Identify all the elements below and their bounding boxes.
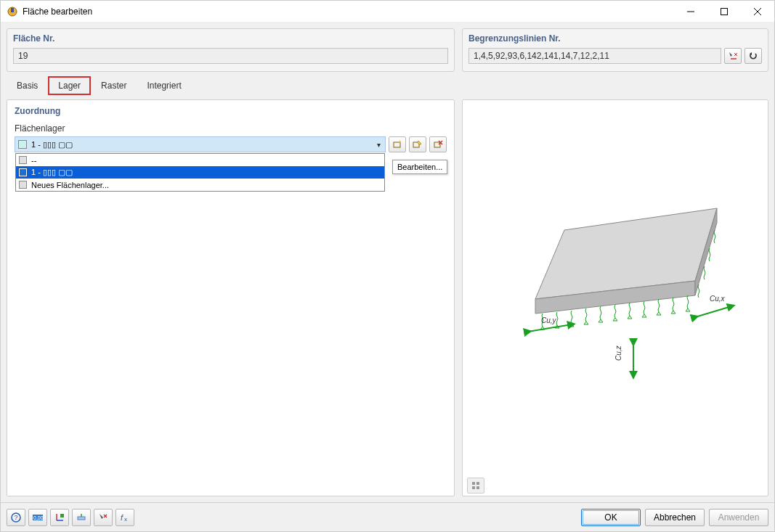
spacer [1,496,774,502]
preview-panel: Cu,y Cu,x Cu,z [462,99,768,496]
combo-selected-text: 1 - ▯▯▯ ▢▢ [31,140,377,150]
ok-button[interactable]: OK [581,509,641,526]
surface-support-combo[interactable]: 1 - ▯▯▯ ▢▢ ▾ -- 1 - ▯▯▯ ▢▢ [15,136,386,152]
maximize-button[interactable] [707,1,741,22]
tab-basis[interactable]: Basis [7,76,48,95]
cancel-button[interactable]: Abbrechen [645,509,705,526]
preview-options-button[interactable] [467,478,484,494]
dialog-footer: ? 0,00 fx OK Abbrechen Anwenden [1,502,774,531]
svg-rect-23 [476,486,479,489]
tab-integriert[interactable]: Integriert [137,76,191,95]
boundary-lines-label: Begrenzungslinien Nr. [468,33,762,44]
svg-rect-3 [721,8,728,15]
axis-z-label: Cu,z [614,345,622,361]
units-button[interactable]: 0,00 [28,509,47,526]
undo-button[interactable] [744,48,762,64]
dd-item-1[interactable]: 1 - ▯▯▯ ▢▢ [16,166,384,179]
window-controls [674,1,774,22]
assignment-section-title: Zuordnung [15,106,447,116]
svg-rect-21 [476,482,479,485]
swatch-icon [19,156,27,164]
dd-item-new[interactable]: Neues Flächenlager... [16,179,384,191]
assignment-panel: Zuordnung Flächenlager 1 - ▯▯▯ ▢▢ ▾ -- [7,99,455,496]
titlebar: Fläche bearbeiten [1,1,774,22]
svg-text:x: x [124,516,127,523]
svg-rect-30 [60,514,64,517]
delete-support-button[interactable] [429,136,447,152]
dd-item-none[interactable]: -- [16,154,384,166]
content-row: Zuordnung Flächenlager 1 - ▯▯▯ ▢▢ ▾ -- [1,95,774,496]
surface-support-label: Flächenlager [15,123,447,134]
footer-tools: ? 0,00 fx [7,509,134,526]
combo-swatch-icon [18,140,27,149]
boundary-lines-group: Begrenzungslinien Nr. [462,28,768,72]
svg-rect-22 [472,486,475,489]
view-button[interactable] [72,509,91,526]
dd-item-label: -- [31,156,36,165]
minimize-button[interactable] [674,1,707,22]
boundary-lines-input[interactable] [468,48,721,64]
tabs-row: Basis Lager Raster Integriert [7,76,768,95]
top-area: Fläche Nr. Begrenzungslinien Nr. [1,22,774,72]
surface-number-label: Fläche Nr. [13,33,448,44]
tab-lager[interactable]: Lager [48,76,91,95]
swatch-icon [19,181,27,189]
coord-button[interactable] [50,509,69,526]
svg-text:f: f [121,513,123,522]
help-button[interactable]: ? [7,509,25,526]
svg-rect-20 [472,482,475,485]
dialog-window: Fläche bearbeiten Fläche Nr. Begrenzungs… [0,0,775,532]
edit-tooltip: Bearbeiten... [392,160,447,174]
surface-number-input[interactable] [13,48,448,64]
slab-preview-icon: Cu,y Cu,x Cu,z [477,187,753,390]
pick-button[interactable] [94,509,113,526]
edit-support-button[interactable] [409,136,426,152]
axis-y-label: Cu,y [541,316,557,324]
apply-button[interactable]: Anwenden [709,509,768,526]
new-support-button[interactable] [389,136,406,152]
axis-x-label: Cu,x [710,295,726,303]
svg-rect-9 [394,142,400,147]
dd-item-label: Neues Flächenlager... [31,181,109,189]
chevron-down-icon: ▾ [377,141,381,149]
svg-line-18 [695,306,731,317]
fx-button[interactable]: fx [115,509,134,526]
svg-rect-11 [434,142,440,147]
pick-lines-button[interactable] [724,48,742,64]
tab-raster[interactable]: Raster [91,76,137,95]
app-icon [7,6,18,17]
window-title: Fläche bearbeiten [23,7,674,17]
dd-item-label: 1 - ▯▯▯ ▢▢ [31,168,73,177]
preview-canvas: Cu,y Cu,x Cu,z [463,100,768,475]
svg-line-17 [528,324,572,332]
svg-text:0,00: 0,00 [33,515,44,520]
swatch-icon [19,168,27,176]
svg-rect-31 [78,517,85,520]
preview-toolbar [463,475,768,496]
svg-text:?: ? [15,514,18,521]
surface-support-dropdown: -- 1 - ▯▯▯ ▢▢ Neues Flächenlager... [15,153,385,192]
close-button[interactable] [741,1,774,22]
svg-rect-1 [11,8,14,12]
surface-number-group: Fläche Nr. [7,28,455,72]
